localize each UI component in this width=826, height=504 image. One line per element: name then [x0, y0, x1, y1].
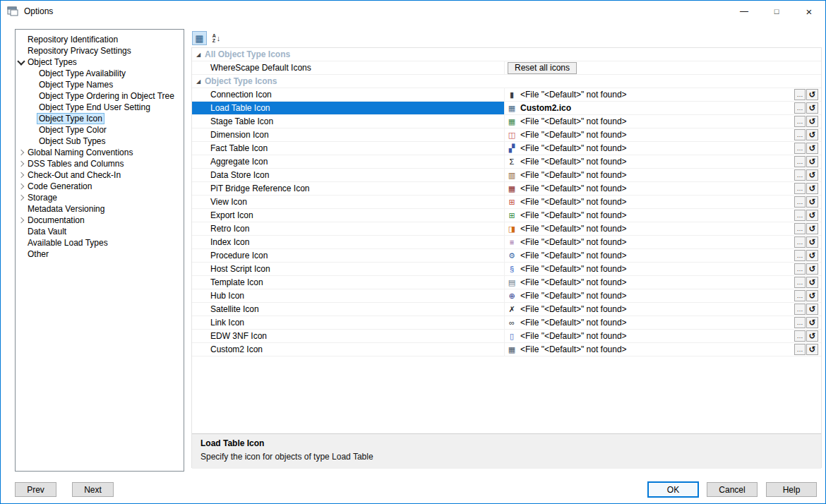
property-row-retro-icon[interactable]: Retro Icon◨<File "<Default>" not found>…… — [192, 222, 821, 236]
browse-button[interactable]: … — [794, 223, 806, 234]
reset-icon-button[interactable]: ↺ — [806, 210, 818, 221]
property-row-data-store-icon[interactable]: Data Store Icon▥<File "<Default>" not fo… — [192, 169, 821, 182]
help-button[interactable]: Help — [766, 482, 817, 497]
reset-icon-button[interactable]: ↺ — [806, 290, 818, 301]
tree-item-repository-identification[interactable]: Repository Identification — [16, 34, 184, 45]
property-value-cell[interactable]: ▦<File "<Default>" not found>…↺ — [504, 115, 821, 128]
reset-icon-button[interactable]: ↺ — [806, 317, 818, 328]
tree-item-object-type-end-user-setting[interactable]: Object Type End User Setting — [16, 102, 184, 113]
tree-item-object-type-availability[interactable]: Object Type Availability — [16, 68, 184, 79]
reset-icon-button[interactable]: ↺ — [806, 223, 818, 234]
property-value-cell[interactable]: Reset all icons — [504, 61, 821, 74]
property-value-cell[interactable]: ∞<File "<Default>" not found>…↺ — [504, 316, 821, 329]
tree-item-code-generation[interactable]: Code Generation — [16, 181, 184, 192]
chevron-collapsed-icon[interactable] — [18, 149, 25, 156]
ok-button[interactable]: OK — [647, 481, 699, 498]
property-row-fact-table-icon[interactable]: Fact Table Icon▞<File "<Default>" not fo… — [192, 142, 821, 155]
property-row-wherescape-default-icons[interactable]: WhereScape Default IconsReset all icons — [192, 61, 821, 75]
reset-icon-button[interactable]: ↺ — [806, 344, 818, 355]
category-expander-icon[interactable]: ◢ — [196, 78, 205, 85]
reset-icon-button[interactable]: ↺ — [806, 183, 818, 194]
property-row-host-script-icon[interactable]: Host Script Icon§<File "<Default>" not f… — [192, 263, 821, 276]
property-value-cell[interactable]: ▮<File "<Default>" not found>…↺ — [504, 88, 821, 101]
reset-icon-button[interactable]: ↺ — [806, 156, 818, 167]
tree-item-check-out-and-check-in[interactable]: Check-Out and Check-In — [16, 169, 184, 181]
browse-button[interactable]: … — [794, 304, 806, 315]
cancel-button[interactable]: Cancel — [707, 482, 758, 497]
property-value-cell[interactable]: ▞<File "<Default>" not found>…↺ — [504, 142, 821, 155]
property-row-export-icon[interactable]: Export Icon⊞<File "<Default>" not found>… — [192, 209, 821, 222]
category-row-all-object-type-icons[interactable]: ◢All Object Type Icons — [192, 48, 821, 61]
chevron-collapsed-icon[interactable] — [18, 172, 25, 179]
tree-item-data-vault[interactable]: Data Vault — [16, 226, 184, 237]
category-expander-icon[interactable]: ◢ — [196, 52, 205, 58]
tree-item-available-load-types[interactable]: Available Load Types — [16, 237, 184, 248]
prev-button[interactable]: Prev — [15, 482, 56, 497]
browse-button[interactable]: … — [794, 183, 806, 194]
reset-icon-button[interactable]: ↺ — [806, 263, 818, 275]
property-value-cell[interactable]: ▦Custom2.ico…↺ — [504, 102, 821, 114]
property-value-cell[interactable]: Σ<File "<Default>" not found>…↺ — [504, 155, 821, 168]
browse-button[interactable]: … — [794, 210, 806, 221]
property-row-satellite-icon[interactable]: Satellite Icon✗<File "<Default>" not fou… — [192, 303, 821, 316]
tree-item-metadata-versioning[interactable]: Metadata Versioning — [16, 203, 184, 215]
property-row-pit-bridge-reference-icon[interactable]: PiT Bridge Reference Icon▦<File "<Defaul… — [192, 182, 821, 196]
property-row-aggregate-icon[interactable]: Aggregate IconΣ<File "<Default>" not fou… — [192, 155, 821, 169]
browse-button[interactable]: … — [794, 143, 806, 154]
tree-item-object-types[interactable]: Object Types — [16, 56, 184, 68]
maximize-button[interactable]: □ — [760, 1, 793, 22]
browse-button[interactable]: … — [794, 169, 806, 181]
browse-button[interactable]: … — [794, 129, 806, 140]
property-row-procedure-icon[interactable]: Procedure Icon⚙<File "<Default>" not fou… — [192, 249, 821, 263]
property-value-cell[interactable]: §<File "<Default>" not found>…↺ — [504, 263, 821, 275]
tree-item-global-naming-conventions[interactable]: Global Naming Conventions — [16, 147, 184, 158]
property-value-cell[interactable]: ≡<File "<Default>" not found>…↺ — [504, 236, 821, 248]
browse-button[interactable]: … — [794, 89, 806, 100]
tree-item-object-sub-types[interactable]: Object Sub Types — [16, 136, 184, 147]
chevron-collapsed-icon[interactable] — [18, 217, 25, 224]
property-row-connection-icon[interactable]: Connection Icon▮<File "<Default>" not fo… — [192, 88, 821, 102]
property-value-cell[interactable]: ⊞<File "<Default>" not found>…↺ — [504, 209, 821, 222]
chevron-collapsed-icon[interactable] — [18, 194, 25, 201]
property-row-edw-3nf-icon[interactable]: EDW 3NF Icon▯<File "<Default>" not found… — [192, 330, 821, 343]
chevron-collapsed-icon[interactable] — [18, 183, 25, 190]
categorized-view-button[interactable]: ▦ — [192, 31, 207, 45]
reset-icon-button[interactable]: ↺ — [806, 143, 818, 154]
tree-item-documentation[interactable]: Documentation — [16, 215, 184, 226]
browse-button[interactable]: … — [794, 250, 806, 261]
browse-button[interactable]: … — [794, 344, 806, 355]
browse-button[interactable]: … — [794, 277, 806, 288]
browse-button[interactable]: … — [794, 317, 806, 328]
tree-item-other[interactable]: Other — [16, 248, 184, 260]
property-row-stage-table-icon[interactable]: Stage Table Icon▦<File "<Default>" not f… — [192, 115, 821, 128]
tree-item-object-type-names[interactable]: Object Type Names — [16, 79, 184, 90]
property-row-link-icon[interactable]: Link Icon∞<File "<Default>" not found>…↺ — [192, 316, 821, 330]
property-row-hub-icon[interactable]: Hub Icon⊕<File "<Default>" not found>…↺ — [192, 289, 821, 303]
next-button[interactable]: Next — [72, 482, 114, 497]
property-row-view-icon[interactable]: View Icon⊞<File "<Default>" not found>…↺ — [192, 196, 821, 209]
property-value-cell[interactable]: ▯<File "<Default>" not found>…↺ — [504, 330, 821, 342]
tree-item-repository-privacy-settings[interactable]: Repository Privacy Settings — [16, 45, 184, 56]
property-value-cell[interactable]: ▤<File "<Default>" not found>…↺ — [504, 276, 821, 289]
reset-icon-button[interactable]: ↺ — [806, 116, 818, 127]
reset-icon-button[interactable]: ↺ — [806, 250, 818, 261]
property-value-cell[interactable]: ⊞<File "<Default>" not found>…↺ — [504, 196, 821, 208]
property-row-template-icon[interactable]: Template Icon▤<File "<Default>" not foun… — [192, 276, 821, 289]
tree-item-dss-tables-and-columns[interactable]: DSS Tables and Columns — [16, 158, 184, 169]
property-value-cell[interactable]: ▥<File "<Default>" not found>…↺ — [504, 169, 821, 181]
reset-icon-button[interactable]: ↺ — [806, 102, 818, 114]
tree-item-object-type-ordering-in-object-tree[interactable]: Object Type Ordering in Object Tree — [16, 90, 184, 102]
property-row-index-icon[interactable]: Index Icon≡<File "<Default>" not found>…… — [192, 236, 821, 249]
reset-icon-button[interactable]: ↺ — [806, 89, 818, 100]
reset-icon-button[interactable]: ↺ — [806, 236, 818, 248]
property-value-cell[interactable]: ◫<File "<Default>" not found>…↺ — [504, 128, 821, 141]
browse-button[interactable]: … — [794, 236, 806, 248]
property-value-cell[interactable]: ⚙<File "<Default>" not found>…↺ — [504, 249, 821, 262]
reset-icon-button[interactable]: ↺ — [806, 330, 818, 342]
tree-item-object-type-icon[interactable]: Object Type Icon — [16, 113, 184, 124]
property-row-dimension-icon[interactable]: Dimension Icon◫<File "<Default>" not fou… — [192, 128, 821, 142]
browse-button[interactable]: … — [794, 290, 806, 301]
property-value-cell[interactable]: ◨<File "<Default>" not found>…↺ — [504, 222, 821, 235]
property-row-load-table-icon[interactable]: Load Table Icon▦Custom2.ico…↺ — [192, 102, 821, 115]
chevron-collapsed-icon[interactable] — [18, 160, 25, 167]
